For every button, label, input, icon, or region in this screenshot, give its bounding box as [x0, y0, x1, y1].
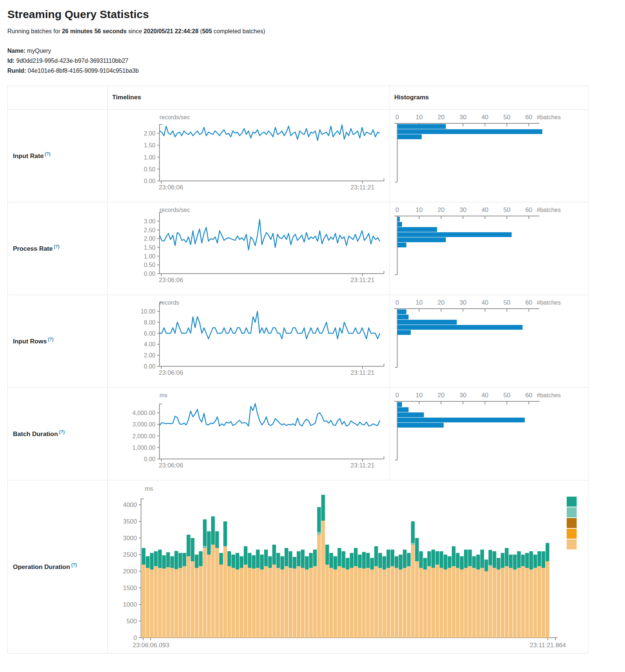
page-content: Streaming Query Statistics Running batch…: [0, 0, 625, 659]
svg-text:60: 60: [525, 299, 532, 306]
input-rate-label-cell: Input Rate(?): [8, 109, 108, 202]
query-name-label: Name:: [7, 48, 25, 54]
running-duration: 26 minutes 56 seconds: [62, 28, 127, 34]
histograms-header: Histograms: [390, 86, 588, 109]
svg-text:4,000.00: 4,000.00: [133, 410, 155, 416]
input-rate-label: Input Rate: [13, 152, 44, 160]
query-runid-value: 04e101e6-8bf8-4165-9099-9104c951ba3b: [28, 68, 139, 74]
query-id-value: 9d0dd219-995d-423e-b97d-36931110bb27: [16, 58, 128, 64]
svg-text:20: 20: [437, 392, 444, 399]
svg-text:0: 0: [395, 299, 399, 306]
svg-text:8.00: 8.00: [144, 319, 155, 325]
svg-text:1.00: 1.00: [144, 253, 155, 259]
svg-text:50: 50: [504, 114, 511, 121]
input-rows-label: Input Rows: [13, 338, 47, 345]
svg-text:40: 40: [481, 206, 488, 213]
svg-text:2.00: 2.00: [144, 130, 155, 137]
operation-duration-help-icon[interactable]: (?): [71, 562, 77, 568]
svg-text:10: 10: [416, 114, 423, 121]
svg-text:ms: ms: [159, 392, 167, 398]
svg-text:0: 0: [134, 634, 137, 641]
svg-text:10: 10: [416, 299, 423, 306]
svg-text:40: 40: [481, 299, 488, 306]
svg-text:1.50: 1.50: [144, 244, 155, 251]
svg-text:50: 50: [504, 206, 511, 213]
summary-paren: (: [199, 28, 202, 34]
svg-text:30: 30: [460, 114, 467, 121]
svg-text:23:06:06: 23:06:06: [159, 462, 183, 469]
running-summary: Running batches for 26 minutes 56 second…: [7, 28, 618, 35]
svg-text:10.00: 10.00: [141, 308, 155, 315]
batch-duration-label-cell: Batch Duration(?): [8, 387, 108, 480]
svg-text:0.50: 0.50: [144, 166, 155, 172]
batch-duration-help-icon[interactable]: (?): [59, 429, 65, 435]
svg-text:1,000.00: 1,000.00: [133, 444, 155, 450]
input-rows-help-icon[interactable]: (?): [48, 337, 54, 342]
svg-text:#batches: #batches: [537, 299, 561, 306]
svg-text:2.50: 2.50: [144, 227, 155, 233]
svg-text:3,000.00: 3,000.00: [133, 421, 155, 428]
svg-text:20: 20: [437, 206, 444, 213]
svg-text:50: 50: [504, 392, 511, 399]
svg-text:2.00: 2.00: [144, 236, 155, 242]
query-id-label: Id:: [7, 58, 15, 64]
svg-text:10: 10: [416, 206, 423, 213]
input-rate-timeline-chart: records/sec2.001.501.000.500.0023:06:062…: [108, 109, 390, 202]
svg-text:50: 50: [504, 299, 511, 306]
input-rows-histogram-chart: 0102030405060#batches: [390, 295, 588, 387]
svg-text:30: 30: [460, 392, 467, 399]
svg-text:0.00: 0.00: [144, 178, 155, 184]
operation-duration-label-cell: Operation Duration(?): [8, 480, 108, 653]
svg-text:23:11:21.864: 23:11:21.864: [530, 642, 566, 649]
svg-text:23:06:06: 23:06:06: [159, 369, 183, 376]
svg-text:60: 60: [525, 114, 532, 121]
svg-text:20: 20: [437, 299, 444, 306]
svg-text:2,000.00: 2,000.00: [133, 433, 155, 439]
operation-duration-label: Operation Duration: [13, 563, 70, 570]
process-rate-help-icon[interactable]: (?): [54, 244, 59, 249]
svg-text:2.00: 2.00: [144, 352, 155, 359]
input-rows-timeline-chart: records10.008.006.004.002.000.0023:06:06…: [108, 295, 390, 387]
summary-suffix: completed batches): [212, 28, 265, 34]
svg-text:40: 40: [481, 114, 488, 121]
svg-text:30: 30: [460, 206, 467, 213]
svg-text:1.50: 1.50: [144, 142, 155, 148]
input-rate-histogram-chart: 0102030405060#batches: [390, 109, 588, 202]
summary-prefix: Running batches for: [7, 28, 62, 34]
input-rate-row: Input Rate(?) records/sec2.001.501.000.5…: [8, 109, 588, 202]
svg-text:60: 60: [525, 392, 532, 399]
svg-text:40: 40: [481, 392, 488, 399]
query-name-row: Name: myQuery Id: 9d0dd219-995d-423e-b97…: [7, 46, 618, 76]
svg-text:23:06:06: 23:06:06: [159, 277, 183, 284]
input-rate-help-icon[interactable]: (?): [45, 151, 50, 157]
statistics-table: Timelines Histograms Input Rate(?) recor…: [7, 86, 588, 654]
process-rate-label-cell: Process Rate(?): [8, 202, 108, 295]
svg-text:0.00: 0.00: [144, 456, 155, 462]
svg-text:23:11:21: 23:11:21: [351, 462, 375, 469]
batch-duration-timeline-chart: ms4,000.003,000.002,000.001,000.000.0023…: [108, 387, 390, 480]
query-runid-label: RunId:: [7, 68, 26, 74]
svg-text:3000: 3000: [123, 535, 137, 542]
page-title: Streaming Query Statistics: [7, 8, 618, 21]
process-rate-timeline-chart: records/sec3.002.502.001.501.000.500.002…: [108, 202, 390, 295]
svg-text:1000: 1000: [123, 601, 137, 608]
process-rate-histogram-chart: 0102030405060#batches: [390, 202, 588, 295]
svg-text:20: 20: [437, 114, 444, 121]
svg-text:3.00: 3.00: [144, 218, 155, 224]
completed-batch-count: 505: [202, 28, 212, 34]
operation-duration-chart: ms4000350030002500200015001000500023:06:…: [108, 480, 588, 653]
svg-text:2500: 2500: [123, 551, 137, 558]
process-rate-label: Process Rate: [13, 245, 53, 252]
svg-text:2000: 2000: [123, 568, 137, 575]
svg-text:3500: 3500: [123, 518, 137, 525]
batch-duration-label: Batch Duration: [13, 431, 58, 438]
svg-text:ms: ms: [145, 485, 153, 492]
svg-text:records/sec: records/sec: [159, 114, 190, 120]
svg-text:60: 60: [525, 206, 532, 213]
svg-text:4000: 4000: [123, 501, 137, 508]
svg-text:1500: 1500: [123, 584, 137, 592]
svg-text:23:11:21: 23:11:21: [351, 277, 375, 284]
batch-duration-histogram-chart: 0102030405060#batches: [390, 387, 588, 480]
svg-text:23:11:21: 23:11:21: [351, 369, 375, 376]
svg-text:10: 10: [416, 392, 423, 399]
